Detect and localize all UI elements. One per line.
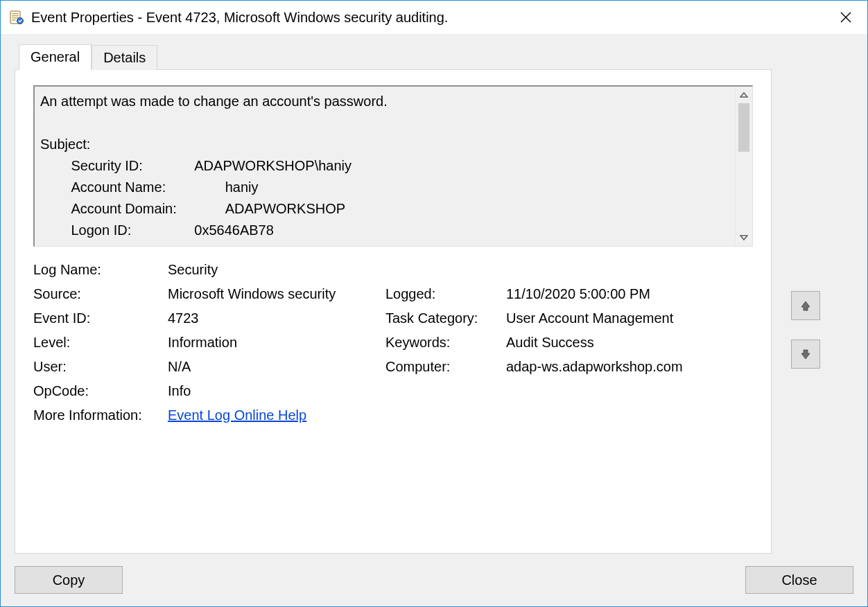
arrow-up-icon: [799, 299, 812, 312]
close-button[interactable]: Close: [745, 566, 853, 594]
svg-point-5: [17, 18, 24, 24]
computer-value: adap-ws.adapworkshop.com: [506, 359, 753, 375]
task-category-value: User Account Management: [506, 310, 753, 326]
event-id-value: 4723: [168, 310, 383, 326]
close-icon: [840, 12, 851, 23]
log-name-label: Log Name:: [33, 262, 165, 278]
source-label: Source:: [33, 286, 165, 302]
next-event-button[interactable]: [791, 340, 820, 369]
keywords-label: Keywords:: [385, 335, 503, 351]
user-label: User:: [33, 359, 165, 375]
event-properties-window: Event Properties - Event 4723, Microsoft…: [0, 0, 868, 607]
description-scrollbar[interactable]: [735, 87, 752, 246]
event-viewer-icon: [9, 10, 24, 25]
svg-rect-2: [12, 15, 19, 17]
logged-value: 11/10/2020 5:00:00 PM: [506, 286, 753, 302]
keywords-value: Audit Success: [506, 335, 753, 351]
tabs: General Details: [19, 44, 853, 69]
window-title: Event Properties - Event 4723, Microsoft…: [31, 10, 830, 26]
dialog-footer: Copy Close: [15, 554, 853, 594]
scroll-down-icon[interactable]: [736, 229, 752, 246]
task-category-label: Task Category:: [385, 310, 503, 326]
computer-label: Computer:: [385, 359, 503, 375]
svg-rect-3: [12, 17, 19, 19]
more-info-label: More Information:: [33, 407, 165, 423]
client-area: General Details An attempt was made to c…: [1, 34, 867, 606]
arrow-down-icon: [799, 348, 812, 360]
nav-buttons: [791, 291, 820, 369]
prev-event-button[interactable]: [791, 291, 820, 320]
logged-label: Logged:: [385, 286, 503, 302]
event-description-box: An attempt was made to change an account…: [33, 85, 753, 247]
window-close-button[interactable]: [830, 6, 862, 28]
event-description-text[interactable]: An attempt was made to change an account…: [35, 87, 735, 246]
svg-rect-1: [12, 13, 19, 15]
opcode-label: OpCode:: [33, 383, 165, 399]
tab-general[interactable]: General: [19, 44, 92, 70]
titlebar: Event Properties - Event 4723, Microsoft…: [1, 1, 867, 34]
log-name-value: Security: [168, 262, 753, 278]
level-value: Information: [168, 335, 383, 351]
opcode-value: Info: [168, 383, 753, 399]
scroll-thumb[interactable]: [738, 103, 749, 152]
scroll-up-icon[interactable]: [736, 87, 752, 103]
event-id-label: Event ID:: [33, 310, 165, 326]
event-log-help-link[interactable]: Event Log Online Help: [168, 407, 306, 423]
event-details-grid: Log Name: Security Source: Microsoft Win…: [33, 262, 753, 423]
tab-panel-general: An attempt was made to change an account…: [15, 69, 772, 554]
user-value: N/A: [168, 359, 383, 375]
svg-rect-4: [12, 19, 16, 21]
level-label: Level:: [33, 335, 165, 351]
source-value: Microsoft Windows security: [168, 286, 383, 302]
copy-button[interactable]: Copy: [15, 566, 123, 594]
tab-details[interactable]: Details: [92, 45, 157, 70]
